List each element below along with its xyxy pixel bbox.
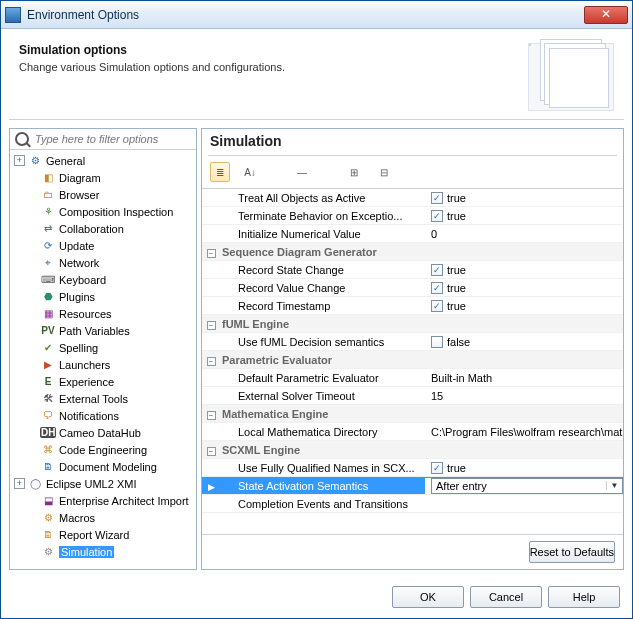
- sidebar-item-collaboration[interactable]: ⇄Collaboration: [12, 220, 194, 237]
- tree-item-icon: ✔: [40, 341, 56, 355]
- property-dropdown[interactable]: After entry▼After entryBefore entry: [431, 478, 623, 494]
- property-group[interactable]: −SCXML Engine: [202, 441, 623, 459]
- property-value: 15: [431, 390, 443, 402]
- collapse-icon[interactable]: −: [207, 321, 216, 330]
- main-panel: Simulation ≣ A↓ — ⊞ ⊟ Treat All Objects …: [201, 128, 624, 570]
- tree-item-label: Composition Inspection: [59, 206, 173, 218]
- property-row[interactable]: Completion Events and Transitions: [202, 495, 623, 513]
- row-marker-icon: ▶: [208, 482, 215, 492]
- checkbox[interactable]: ✓: [431, 300, 443, 312]
- sidebar-item-resources[interactable]: ▦Resources: [12, 305, 194, 322]
- property-group[interactable]: −Sequence Diagram Generator: [202, 243, 623, 261]
- tree-item-label: Update: [59, 240, 94, 252]
- titlebar[interactable]: Environment Options ✕: [1, 1, 632, 29]
- tree-item-icon: ◯: [27, 477, 43, 491]
- sidebar-item-experience[interactable]: EExperience: [12, 373, 194, 390]
- sidebar-item-simulation[interactable]: ⚙Simulation: [12, 543, 194, 560]
- tree-item-icon: 🗎: [40, 460, 56, 474]
- property-row[interactable]: Use fUML Decision semanticsfalse: [202, 333, 623, 351]
- property-row[interactable]: Local Mathematica DirectoryC:\Program Fi…: [202, 423, 623, 441]
- collapse-icon[interactable]: −: [207, 411, 216, 420]
- sidebar-item-diagram[interactable]: ◧Diagram: [12, 169, 194, 186]
- property-row[interactable]: ▶State Activation SemanticsAfter entry▼A…: [202, 477, 623, 495]
- property-row[interactable]: External Solver Timeout15: [202, 387, 623, 405]
- search-icon: [15, 132, 29, 146]
- expand-all-button[interactable]: ⊞: [344, 162, 364, 182]
- property-name: Record Value Change: [220, 282, 425, 294]
- tree-item-label: General: [46, 155, 85, 167]
- tree-expand-icon[interactable]: +: [14, 155, 25, 166]
- checkbox[interactable]: [431, 336, 443, 348]
- ok-button[interactable]: OK: [392, 586, 464, 608]
- sidebar-item-cameo-datahub[interactable]: DHCameo DataHub: [12, 424, 194, 441]
- property-row[interactable]: Treat All Objects as Active✓true: [202, 189, 623, 207]
- separator: [9, 119, 624, 120]
- tree-expand-icon[interactable]: +: [14, 478, 25, 489]
- property-row[interactable]: Initialize Numerical Value0: [202, 225, 623, 243]
- sidebar-item-plugins[interactable]: ⬣Plugins: [12, 288, 194, 305]
- property-group[interactable]: −Mathematica Engine: [202, 405, 623, 423]
- property-name: Use fUML Decision semantics: [220, 336, 425, 348]
- checkbox[interactable]: ✓: [431, 462, 443, 474]
- close-button[interactable]: ✕: [584, 6, 628, 24]
- property-group[interactable]: −fUML Engine: [202, 315, 623, 333]
- sidebar-item-eclipse-uml2-xmi[interactable]: +◯Eclipse UML2 XMI: [12, 475, 194, 492]
- collapse-icon[interactable]: −: [207, 249, 216, 258]
- chevron-down-icon[interactable]: ▼: [606, 481, 622, 490]
- sidebar-item-browser[interactable]: 🗀Browser: [12, 186, 194, 203]
- tree-item-label: Path Variables: [59, 325, 130, 337]
- tree-item-icon: ◧: [40, 171, 56, 185]
- property-name: Terminate Behavior on Exceptio...: [220, 210, 425, 222]
- sidebar-item-update[interactable]: ⟳Update: [12, 237, 194, 254]
- property-row[interactable]: Record Value Change✓true: [202, 279, 623, 297]
- property-row[interactable]: Record Timestamp✓true: [202, 297, 623, 315]
- reset-defaults-button[interactable]: Reset to Defaults: [529, 541, 615, 563]
- sidebar-item-external-tools[interactable]: 🛠External Tools: [12, 390, 194, 407]
- sidebar-item-general[interactable]: +⚙General: [12, 152, 194, 169]
- property-row[interactable]: Use Fully Qualified Names in SCX...✓true: [202, 459, 623, 477]
- tree-item-label: Document Modeling: [59, 461, 157, 473]
- categorize-button[interactable]: ≣: [210, 162, 230, 182]
- checkbox[interactable]: ✓: [431, 264, 443, 276]
- help-button[interactable]: Help: [548, 586, 620, 608]
- collapse-icon[interactable]: −: [207, 447, 216, 456]
- checkbox[interactable]: ✓: [431, 282, 443, 294]
- sidebar-item-spelling[interactable]: ✔Spelling: [12, 339, 194, 356]
- tree-item-icon: ⬣: [40, 290, 56, 304]
- group-name: Mathematica Engine: [220, 408, 623, 420]
- sidebar-item-path-variables[interactable]: PVPath Variables: [12, 322, 194, 339]
- tree-item-icon: ⚙: [40, 511, 56, 525]
- sidebar-item-macros[interactable]: ⚙Macros: [12, 509, 194, 526]
- sidebar-item-report-wizard[interactable]: 🗎Report Wizard: [12, 526, 194, 543]
- search-input[interactable]: [33, 132, 191, 146]
- panel-title: Simulation: [202, 129, 623, 155]
- property-row[interactable]: Record State Change✓true: [202, 261, 623, 279]
- collapse-icon[interactable]: −: [207, 357, 216, 366]
- sidebar-item-code-engineering[interactable]: ⌘Code Engineering: [12, 441, 194, 458]
- tree-item-label: Report Wizard: [59, 529, 129, 541]
- tree-item-icon: ⚘: [40, 205, 56, 219]
- sidebar-item-enterprise-architect-import[interactable]: ⬓Enterprise Architect Import: [12, 492, 194, 509]
- description-button[interactable]: —: [292, 162, 312, 182]
- options-tree[interactable]: +⚙General◧Diagram🗀Browser⚘Composition In…: [10, 150, 196, 569]
- sidebar-item-composition-inspection[interactable]: ⚘Composition Inspection: [12, 203, 194, 220]
- sidebar-item-network[interactable]: ⌖Network: [12, 254, 194, 271]
- sort-button[interactable]: A↓: [240, 162, 260, 182]
- search-box[interactable]: [10, 129, 196, 150]
- sidebar-item-keyboard[interactable]: ⌨Keyboard: [12, 271, 194, 288]
- property-row[interactable]: Terminate Behavior on Exceptio...✓true: [202, 207, 623, 225]
- collapse-all-button[interactable]: ⊟: [374, 162, 394, 182]
- tree-item-icon: 🛠: [40, 392, 56, 406]
- header-subtitle: Change various Simulation options and co…: [19, 61, 528, 73]
- sidebar-item-launchers[interactable]: ▶Launchers: [12, 356, 194, 373]
- sidebar-item-notifications[interactable]: 🗩Notifications: [12, 407, 194, 424]
- property-row[interactable]: Default Parametric EvaluatorBuilt-in Mat…: [202, 369, 623, 387]
- checkbox[interactable]: ✓: [431, 210, 443, 222]
- property-group[interactable]: −Parametric Evaluator: [202, 351, 623, 369]
- tree-item-label: Code Engineering: [59, 444, 147, 456]
- cancel-button[interactable]: Cancel: [470, 586, 542, 608]
- checkbox[interactable]: ✓: [431, 192, 443, 204]
- sidebar: +⚙General◧Diagram🗀Browser⚘Composition In…: [9, 128, 197, 570]
- tree-item-label: Plugins: [59, 291, 95, 303]
- sidebar-item-document-modeling[interactable]: 🗎Document Modeling: [12, 458, 194, 475]
